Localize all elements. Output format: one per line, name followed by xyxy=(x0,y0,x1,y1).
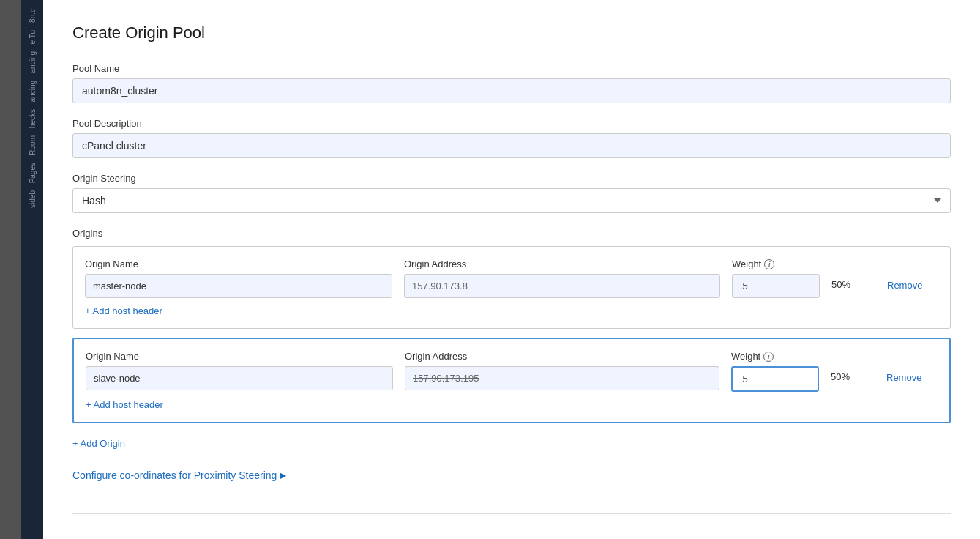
add-host-header-row-2: + Add host header xyxy=(86,392,938,410)
origin-address-col-1: Origin Address xyxy=(404,259,720,298)
sidebar-label-6: Room xyxy=(29,133,37,158)
origin-steering-section: Origin Steering Hash Random Least Outsta… xyxy=(72,173,951,213)
add-host-header-link-2[interactable]: + Add host header xyxy=(86,399,163,410)
origins-label: Origins xyxy=(72,228,951,239)
pool-description-section: Pool Description xyxy=(72,118,951,158)
sidebar-label-4: ancing xyxy=(29,78,37,105)
origin-row-2: Origin Name Origin Address Weight i xyxy=(86,351,938,392)
sidebar-label-5: hecks xyxy=(29,106,37,131)
add-origin-link[interactable]: + Add Origin xyxy=(72,438,125,449)
sidebar-label-2: e Tu xyxy=(29,27,37,47)
origin-weight-input-1[interactable] xyxy=(732,274,820,298)
origin-name-input-1[interactable] xyxy=(85,274,392,298)
origin-name-label-1: Origin Name xyxy=(85,259,392,270)
origin-address-label-1: Origin Address xyxy=(404,259,720,270)
origin-weight-label-1: Weight i xyxy=(732,259,820,270)
origin-name-input-2[interactable] xyxy=(86,366,393,390)
origin-percent-value-1: 50% xyxy=(831,279,850,290)
origin-name-col-1: Origin Name xyxy=(85,259,392,298)
origin-card-1: Origin Name Origin Address Weight i xyxy=(72,246,951,329)
pool-description-label: Pool Description xyxy=(72,118,951,129)
origin-weight-label-2: Weight i xyxy=(731,351,819,362)
configure-proximity-section: Configure co-ordinates for Proximity Ste… xyxy=(72,469,951,499)
origins-section: Origins Origin Name Origin Address xyxy=(72,228,951,423)
add-host-header-row-1: + Add host header xyxy=(85,298,938,316)
origin-weight-col-2: Weight i xyxy=(731,351,819,392)
origin-steering-select[interactable]: Hash Random Least Outstanding Requests xyxy=(72,188,951,213)
origin-row-1: Origin Name Origin Address Weight i xyxy=(85,259,938,298)
pool-description-input[interactable] xyxy=(72,133,951,158)
configure-proximity-link[interactable]: Configure co-ordinates for Proximity Ste… xyxy=(72,469,286,481)
pool-name-label: Pool Name xyxy=(72,63,951,74)
right-arrow-icon: ▶ xyxy=(280,470,286,480)
origin-steering-label: Origin Steering xyxy=(72,173,951,184)
origin-remove-col-2: Remove xyxy=(886,351,938,383)
pool-name-section: Pool Name xyxy=(72,63,951,103)
origin-address-label-2: Origin Address xyxy=(405,351,719,362)
origin-address-input-2[interactable] xyxy=(405,366,719,390)
sidebar-label-8: sideb xyxy=(29,187,37,211)
left-sidebar: 8n.c e Tu ancing ancing hecks Room Pages… xyxy=(21,0,43,539)
origin-percent-col-2: 50% xyxy=(831,351,875,382)
origin-remove-link-1[interactable]: Remove xyxy=(887,280,922,291)
origin-weight-input-2[interactable] xyxy=(731,366,819,392)
origin-remove-col-1: Remove xyxy=(887,259,938,291)
origin-name-col-2: Origin Name xyxy=(86,351,393,390)
origin-name-label-2: Origin Name xyxy=(86,351,393,362)
origin-remove-link-2[interactable]: Remove xyxy=(886,372,921,383)
origin-address-col-2: Origin Address xyxy=(405,351,719,390)
configure-proximity-label: Configure co-ordinates for Proximity Ste… xyxy=(72,469,277,481)
sidebar-label-3: ancing xyxy=(29,48,37,75)
origin-percent-col-1: 50% xyxy=(831,259,875,290)
create-origin-pool-modal: Create Origin Pool Pool Name Pool Descri… xyxy=(43,0,980,539)
add-host-header-link-1[interactable]: + Add host header xyxy=(85,305,162,316)
origin-weight-col-1: Weight i xyxy=(732,259,820,298)
origin-percent-value-2: 50% xyxy=(831,371,850,382)
pool-name-input[interactable] xyxy=(72,78,951,103)
origin-card-2: Origin Name Origin Address Weight i xyxy=(72,338,951,423)
modal-title: Create Origin Pool xyxy=(72,23,951,42)
weight-info-icon-2: i xyxy=(763,352,774,362)
weight-info-icon-1: i xyxy=(764,259,774,270)
sidebar-label-1: 8n.c xyxy=(29,6,37,26)
sidebar-label-7: Pages xyxy=(29,160,37,186)
bottom-divider xyxy=(72,513,951,514)
origin-address-input-1[interactable] xyxy=(404,274,720,298)
